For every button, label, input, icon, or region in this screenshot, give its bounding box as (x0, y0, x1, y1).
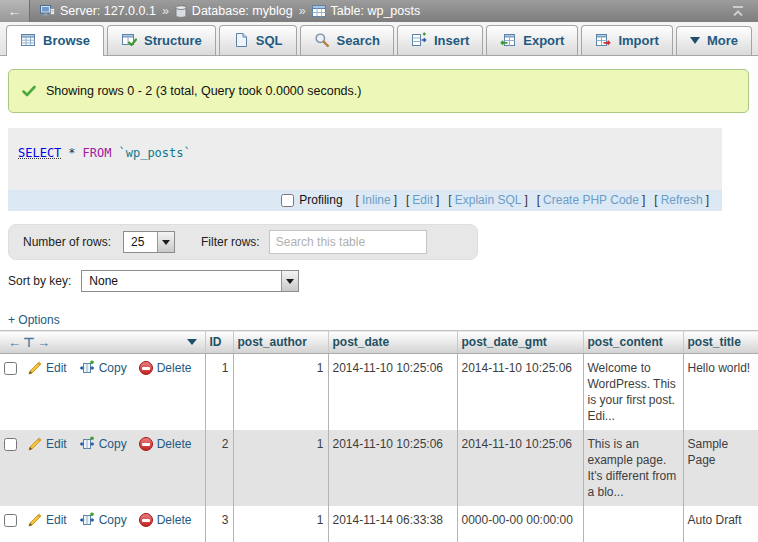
sort-by-key-select[interactable]: None (81, 270, 299, 292)
tab-structure[interactable]: Structure (107, 25, 216, 55)
back-button[interactable]: ← (0, 0, 30, 22)
tab-sql[interactable]: SQL (219, 25, 297, 55)
row-checkbox[interactable] (4, 362, 17, 375)
filter-search-input[interactable] (269, 230, 427, 254)
edit-link[interactable]: Edit (27, 512, 67, 528)
check-icon (21, 83, 37, 99)
sql-query: SELECT*FROM`wp_posts` (8, 128, 722, 190)
back-arrow-icon: ← (8, 3, 22, 19)
delete-icon (139, 513, 153, 527)
tab-more[interactable]: More (676, 26, 752, 55)
delete-link[interactable]: Delete (139, 360, 192, 376)
tab-label: Structure (144, 33, 202, 48)
bracket: [ (537, 193, 540, 207)
cell-id: 2 (205, 430, 233, 506)
cell-post-content (583, 506, 683, 542)
results-table: ←⊤→ ID post_author post_date post_date_g… (0, 330, 758, 542)
query-box: SELECT*FROM`wp_posts` Profiling [ Inline… (8, 128, 722, 211)
copy-label: Copy (99, 512, 127, 528)
cell-post-date-gmt: 0000-00-00 00:00:00 (457, 506, 583, 542)
delete-label: Delete (157, 512, 192, 528)
breadcrumb-server-label: Server: 127.0.0.1 (60, 4, 156, 18)
explain-sql-link[interactable]: Explain SQL (455, 193, 522, 207)
breadcrumb-server[interactable]: Server: 127.0.0.1 (40, 4, 156, 18)
cell-post-content: This is an example page. It's different … (583, 430, 683, 506)
copy-icon (79, 436, 95, 452)
column-options-caret[interactable] (187, 339, 197, 345)
breadcrumb-separator: » (299, 4, 306, 18)
pencil-icon (27, 437, 42, 452)
browse-icon (20, 32, 36, 48)
chevron-down-icon (286, 279, 294, 284)
edit-label: Edit (46, 360, 67, 376)
header-row: ←⊤→ ID post_author post_date post_date_g… (0, 331, 758, 354)
breadcrumb: Server: 127.0.0.1 » Database: myblog » T… (30, 0, 420, 22)
bracket: ] (642, 193, 645, 207)
bracket: ] (436, 193, 439, 207)
tab-insert[interactable]: Insert (397, 25, 483, 55)
bracket: [ (406, 193, 409, 207)
delete-link[interactable]: Delete (139, 436, 192, 452)
breadcrumb-separator: » (162, 4, 169, 18)
copy-link[interactable]: Copy (79, 436, 127, 452)
select-dropdown-button[interactable] (281, 271, 298, 291)
edit-link[interactable]: Edit (27, 360, 67, 376)
insert-icon (411, 32, 427, 48)
sql-star: * (68, 146, 75, 160)
column-header-post-title[interactable]: post_title (683, 331, 758, 354)
tab-label: More (707, 33, 738, 48)
delete-link[interactable]: Delete (139, 512, 192, 528)
refresh-link[interactable]: Refresh (661, 193, 703, 207)
breadcrumb-table[interactable]: Table: wp_posts (312, 4, 421, 18)
inline-link[interactable]: Inline (362, 193, 391, 207)
copy-icon (79, 360, 95, 376)
bracket: ] (706, 193, 709, 207)
column-header-post-date-gmt[interactable]: post_date_gmt (457, 331, 583, 354)
breadcrumb-bar: ← Server: 127.0.0.1 » Database: myblog »… (0, 0, 758, 22)
collapse-console-icon[interactable] (730, 4, 746, 21)
bracket: ] (394, 193, 397, 207)
tab-search[interactable]: Search (300, 25, 394, 55)
table-row: Edit Copy Delete 2 1 2014-11-10 10:25:06… (0, 430, 758, 506)
cell-id: 1 (205, 354, 233, 431)
tab-label: Search (337, 33, 380, 48)
edit-query-link[interactable]: Edit (412, 193, 433, 207)
column-header-id[interactable]: ID (205, 331, 233, 354)
rows-per-page-select[interactable]: 25 (123, 231, 175, 253)
import-icon (595, 32, 611, 48)
cell-post-date: 2014-11-10 10:25:06 (328, 430, 457, 506)
tab-import[interactable]: Import (581, 25, 672, 55)
search-icon (314, 32, 330, 48)
create-php-code-link[interactable]: Create PHP Code (543, 193, 639, 207)
bracket: [ (356, 193, 359, 207)
column-header-post-date[interactable]: post_date (328, 331, 457, 354)
copy-link[interactable]: Copy (79, 512, 127, 528)
tab-browse[interactable]: Browse (6, 25, 104, 56)
edit-link[interactable]: Edit (27, 436, 67, 452)
pencil-icon (27, 513, 42, 528)
breadcrumb-database-label: Database: myblog (192, 4, 293, 18)
cell-post-date-gmt: 2014-11-10 10:25:06 (457, 430, 583, 506)
cell-post-title: Auto Draft (683, 506, 758, 542)
select-dropdown-button[interactable] (157, 232, 174, 252)
row-checkbox[interactable] (4, 438, 17, 451)
cell-id: 3 (205, 506, 233, 542)
column-header-post-content[interactable]: post_content (583, 331, 683, 354)
cell-post-author: 1 (233, 354, 328, 431)
database-icon (175, 5, 187, 18)
tab-bar: Browse Structure SQL Search Insert Expor… (0, 22, 758, 56)
column-header-post-author[interactable]: post_author (233, 331, 328, 354)
row-checkbox[interactable] (4, 514, 17, 527)
breadcrumb-database[interactable]: Database: myblog (175, 4, 293, 18)
profiling-checkbox[interactable] (281, 194, 294, 207)
copy-label: Copy (99, 360, 127, 376)
filter-rows-label: Filter rows: (201, 235, 260, 249)
transpose-arrows[interactable]: ←⊤→ (4, 335, 52, 350)
sql-table-ref: `wp_posts` (119, 146, 191, 160)
cell-post-author: 1 (233, 506, 328, 542)
tab-export[interactable]: Export (486, 25, 578, 55)
copy-link[interactable]: Copy (79, 360, 127, 376)
chevron-down-icon (162, 240, 170, 245)
sql-keyword-select[interactable]: SELECT (18, 146, 61, 160)
options-toggle-link[interactable]: + Options (8, 313, 60, 327)
